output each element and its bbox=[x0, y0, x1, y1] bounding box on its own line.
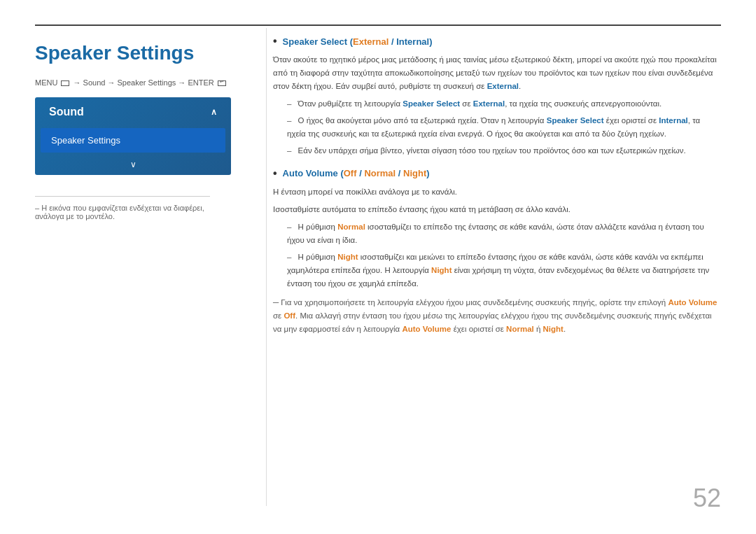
auto-volume-note: ─ Για να χρησιμοποιήσετε τη λειτουργία ε… bbox=[273, 296, 721, 336]
auto-volume-body2: Ισοσταθμίστε αυτόματα το επίπεδο έντασης… bbox=[273, 203, 721, 216]
menu-path-text: MENU → Sound → Speaker Settings → ENTER … bbox=[35, 78, 227, 87]
speaker-select-body1: Όταν ακούτε το ηχητικό μέρος μιας μετάδο… bbox=[273, 53, 721, 93]
top-rule bbox=[35, 24, 721, 26]
footnote: – Η εικόνα που εμφανίζεται ενδέχεται να … bbox=[35, 196, 210, 220]
chevron-up-icon[interactable]: ∧ bbox=[211, 107, 217, 117]
page-number: 52 bbox=[693, 484, 721, 513]
chevron-down-container: ∨ bbox=[35, 154, 231, 175]
speaker-select-sub2: Ο ήχος θα ακούγεται μόνο από τα εξωτερικ… bbox=[273, 114, 721, 141]
auto-volume-title: Auto Volume (Off / Normal / Night) bbox=[273, 167, 721, 180]
sound-menu-header: Sound ∧ bbox=[35, 97, 231, 127]
speaker-select-section: Speaker Select (External / Internal) Ότα… bbox=[273, 35, 721, 157]
page: Speaker Settings MENU → Sound → Speaker … bbox=[0, 0, 756, 534]
auto-volume-section: Auto Volume (Off / Normal / Night) Η έντ… bbox=[273, 167, 721, 336]
page-title: Speaker Settings bbox=[35, 42, 245, 64]
speaker-select-title-text: Speaker Select (External / Internal) bbox=[283, 36, 433, 47]
sound-menu-widget: Sound ∧ Speaker Settings ∨ bbox=[35, 97, 231, 175]
speaker-select-title: Speaker Select (External / Internal) bbox=[273, 35, 721, 48]
auto-volume-title-text: Auto Volume (Off / Normal / Night) bbox=[283, 168, 430, 178]
speaker-settings-menu-item[interactable]: Speaker Settings bbox=[41, 128, 225, 153]
menu-sound-label: Sound bbox=[83, 78, 106, 87]
auto-volume-sub2: Η ρύθμιση Night ισοσταθμίζει και μειώνει… bbox=[273, 251, 721, 290]
chevron-down-icon[interactable]: ∨ bbox=[130, 160, 136, 169]
vertical-divider bbox=[266, 28, 267, 506]
right-panel: Speaker Select (External / Internal) Ότα… bbox=[273, 35, 721, 345]
auto-volume-body1: Η ένταση μπορεί να ποικίλλει ανάλογα με … bbox=[273, 185, 721, 199]
sound-label: Sound bbox=[49, 106, 84, 118]
left-panel: Speaker Settings MENU → Sound → Speaker … bbox=[35, 35, 245, 220]
speaker-settings-label: Speaker Settings bbox=[51, 135, 120, 146]
speaker-select-sub3: Εάν δεν υπάρχει σήμα βίντεο, γίνεται σίγ… bbox=[273, 144, 721, 157]
auto-volume-sub1: Η ρύθμιση Normal ισοσταθμίζει το επίπεδο… bbox=[273, 220, 721, 247]
speaker-select-sub1: Όταν ρυθμίζετε τη λειτουργία Speaker Sel… bbox=[273, 97, 721, 111]
menu-path: MENU → Sound → Speaker Settings → ENTER … bbox=[35, 78, 245, 87]
